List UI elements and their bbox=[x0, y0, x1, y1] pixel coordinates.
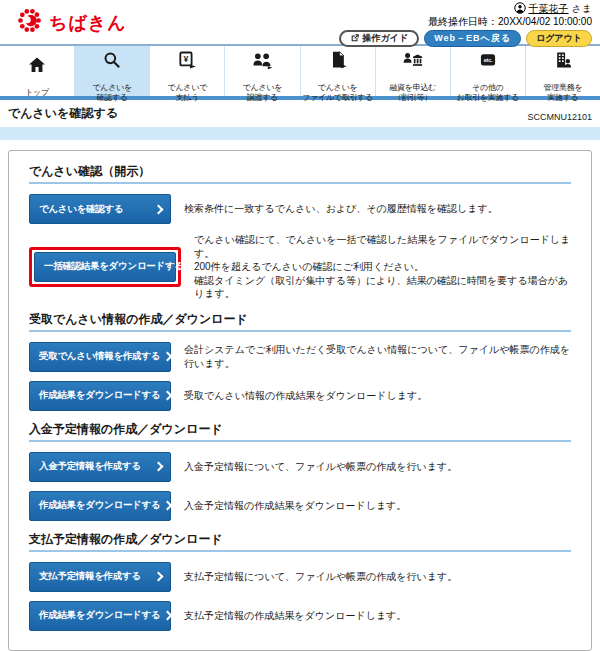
search-icon bbox=[102, 40, 122, 80]
button-label: 支払予定情報を作成する bbox=[39, 570, 141, 583]
section-heading: 入金予定情報の作成／ダウンロード bbox=[29, 421, 571, 442]
menu-row: 入金予定情報を作成する 入金予定情報について、ファイルや帳票の作成を行います。 bbox=[29, 452, 571, 482]
button-label: でんさいを確認する bbox=[39, 203, 123, 216]
tab-label: でんさいを 確認する bbox=[92, 83, 131, 103]
chevron-right-icon bbox=[163, 501, 173, 511]
header: ちばきん 千葉花子 さま 最終操作日時：20XX/04/02 10:00:00 bbox=[0, 0, 600, 44]
tab-pay-densai[interactable]: ¥ でんさいで 支払う bbox=[150, 46, 225, 96]
tab-top[interactable]: トップ bbox=[0, 46, 75, 96]
header-buttons: 操作ガイド Web－EBへ戻る ログアウト bbox=[339, 30, 592, 47]
section-deposit-schedule: 入金予定情報の作成／ダウンロード 入金予定情報を作成する 入金予定情報について、… bbox=[29, 421, 571, 521]
web-eb-return-label: Web－EBへ戻る bbox=[434, 32, 511, 45]
user-info: 千葉花子 さま bbox=[339, 2, 592, 15]
menu-row: 作成結果をダウンロードする 受取でんさい情報の作成結果をダウンロードします。 bbox=[29, 381, 571, 411]
last-operation-time: 最終操作日時：20XX/04/02 10:00:00 bbox=[339, 15, 592, 28]
user-icon bbox=[514, 2, 526, 16]
row-description: 支払予定情報の作成結果をダウンロードします。 bbox=[184, 609, 406, 623]
chevron-right-icon bbox=[154, 462, 164, 472]
payment-schedule-create-button[interactable]: 支払予定情報を作成する bbox=[29, 562, 171, 592]
tab-label: でんさいを ファイルで取引する bbox=[302, 83, 373, 103]
menu-row: 受取でんさい情報を作成する 会計システムでご利用いただく受取でんさい情報について… bbox=[29, 342, 571, 372]
tab-other-transactions[interactable]: etc. その他の お取引を実施する bbox=[451, 46, 526, 96]
menu-row: 一括確認結果をダウンロードする でんさい確認にて、でんさいを一括で確認した結果を… bbox=[29, 233, 571, 301]
button-label: 入金予定情報を作成する bbox=[39, 460, 141, 473]
chevron-right-icon bbox=[163, 611, 173, 621]
screen-id: SCCMNU12101 bbox=[527, 112, 592, 122]
section-heading: 支払予定情報の作成／ダウンロード bbox=[29, 531, 571, 552]
svg-text:etc.: etc. bbox=[484, 57, 493, 63]
received-densai-create-button[interactable]: 受取でんさい情報を作成する bbox=[29, 342, 171, 372]
user-name-link[interactable]: 千葉花子 bbox=[529, 2, 569, 16]
tab-label: でんさいで 支払う bbox=[168, 83, 207, 103]
button-label: 作成結果をダウンロードする bbox=[39, 499, 160, 512]
tab-label: でんさいを 譲渡する bbox=[243, 83, 282, 103]
deposit-schedule-download-button[interactable]: 作成結果をダウンロードする bbox=[29, 491, 171, 521]
highlight-box: 一括確認結果をダウンロードする bbox=[29, 247, 181, 287]
menu-row: 作成結果をダウンロードする 入金予定情報の作成結果をダウンロードします。 bbox=[29, 491, 571, 521]
external-link-icon bbox=[350, 33, 360, 45]
menu-row: 作成結果をダウンロードする 支払予定情報の作成結果をダウンロードします。 bbox=[29, 601, 571, 631]
row-description: 入金予定情報について、ファイルや帳票の作成を行います。 bbox=[184, 460, 457, 474]
transfer-people-icon bbox=[251, 40, 273, 80]
button-label: 受取でんさい情報を作成する bbox=[39, 350, 160, 363]
tab-file-densai[interactable]: でんさいを ファイルで取引する bbox=[301, 46, 376, 96]
web-eb-return-button[interactable]: Web－EBへ戻る bbox=[424, 30, 521, 47]
tab-label: その他の お取引を実施する bbox=[457, 83, 519, 103]
chevron-right-icon bbox=[163, 352, 173, 362]
header-right: 千葉花子 さま 最終操作日時：20XX/04/02 10:00:00 操作ガイド… bbox=[339, 2, 592, 47]
row-description: 支払予定情報について、ファイルや帳票の作成を行います。 bbox=[184, 570, 457, 584]
row-description: 入金予定情報の作成結果をダウンロードします。 bbox=[184, 499, 406, 513]
main-nav: トップ でんさいを 確認する ¥ でんさいで 支払う bbox=[0, 44, 600, 100]
row-description: 会計システムでご利用いただく受取でんさい情報について、ファイルや帳票の作成を行い… bbox=[184, 343, 571, 370]
payment-schedule-download-button[interactable]: 作成結果をダウンロードする bbox=[29, 601, 171, 631]
menu-row: 支払予定情報を作成する 支払予定情報について、ファイルや帳票の作成を行います。 bbox=[29, 562, 571, 592]
page-title-bar: でんさいを確認する SCCMNU12101 bbox=[0, 100, 600, 125]
section-payment-schedule: 支払予定情報の作成／ダウンロード 支払予定情報を作成する 支払予定情報について、… bbox=[29, 531, 571, 631]
section-received-densai: 受取でんさい情報の作成／ダウンロード 受取でんさい情報を作成する 会計システムで… bbox=[29, 311, 571, 411]
operation-guide-button[interactable]: 操作ガイド bbox=[339, 30, 420, 47]
subheader-bar bbox=[0, 127, 600, 140]
page-title: でんさいを確認する bbox=[8, 105, 118, 122]
tab-label: 管理業務を 実施する bbox=[544, 83, 583, 103]
main-panel: でんさい確認（開示） でんさいを確認する 検索条件に一致するでんさい、および、そ… bbox=[8, 150, 592, 651]
home-icon bbox=[27, 45, 47, 85]
svg-text:¥: ¥ bbox=[184, 54, 189, 64]
operation-guide-label: 操作ガイド bbox=[363, 32, 409, 45]
tab-loan-apply[interactable]: 融資を申込む （割引等） bbox=[376, 46, 451, 96]
bank-name: ちばきん bbox=[49, 11, 127, 35]
logout-button[interactable]: ログアウト bbox=[526, 30, 592, 47]
bank-logo: ちばきん bbox=[16, 7, 127, 38]
tab-label: 融資を申込む （割引等） bbox=[389, 83, 436, 103]
bulk-result-download-button[interactable]: 一括確認結果をダウンロードする bbox=[34, 252, 176, 282]
row-description: でんさい確認にて、でんさいを一括で確認した結果をファイルでダウンロードします。 … bbox=[194, 233, 571, 301]
row-description: 受取でんさい情報の作成結果をダウンロードします。 bbox=[184, 389, 427, 403]
chevron-right-icon bbox=[163, 391, 173, 401]
densai-confirm-button[interactable]: でんさいを確認する bbox=[29, 194, 171, 224]
section-heading: 受取でんさい情報の作成／ダウンロード bbox=[29, 311, 571, 332]
row-description: 検索条件に一致するでんさい、および、その履歴情報を確認します。 bbox=[184, 202, 498, 216]
deposit-schedule-create-button[interactable]: 入金予定情報を作成する bbox=[29, 452, 171, 482]
sunburst-logo-icon bbox=[16, 7, 43, 38]
yen-pay-icon: ¥ bbox=[177, 40, 197, 80]
section-densai-confirm: でんさい確認（開示） でんさいを確認する 検索条件に一致するでんさい、および、そ… bbox=[29, 163, 571, 301]
received-densai-download-button[interactable]: 作成結果をダウンロードする bbox=[29, 381, 171, 411]
tab-transfer-densai[interactable]: でんさいを 譲渡する bbox=[225, 46, 300, 96]
tab-confirm-densai[interactable]: でんさいを 確認する bbox=[75, 46, 150, 96]
button-label: 一括確認結果をダウンロードする bbox=[44, 260, 184, 273]
menu-row: でんさいを確認する 検索条件に一致するでんさい、および、その履歴情報を確認します… bbox=[29, 194, 571, 224]
logout-label: ログアウト bbox=[536, 32, 582, 45]
tab-admin-tasks[interactable]: 管理業務を 実施する bbox=[526, 46, 600, 96]
chevron-right-icon bbox=[154, 572, 164, 582]
button-label: 作成結果をダウンロードする bbox=[39, 609, 160, 622]
chevron-right-icon bbox=[154, 204, 164, 214]
section-heading: でんさい確認（開示） bbox=[29, 163, 571, 184]
button-label: 作成結果をダウンロードする bbox=[39, 389, 160, 402]
tab-label: トップ bbox=[25, 88, 49, 98]
user-name-suffix: さま bbox=[572, 2, 592, 16]
